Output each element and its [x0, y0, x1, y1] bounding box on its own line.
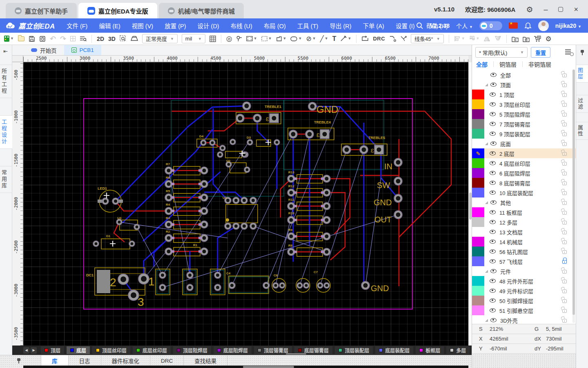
- visibility-eye-icon[interactable]: [490, 112, 496, 116]
- open-folder-icon[interactable]: [18, 36, 24, 41]
- layer-chip[interactable]: 底层丝印层: [133, 346, 171, 354]
- layer-row[interactable]: 9 顶层装配层: [472, 129, 576, 139]
- collapse-panel-icon[interactable]: ⇤: [3, 48, 8, 54]
- layer-row[interactable]: 56 钻孔图层: [472, 247, 576, 256]
- menu-item[interactable]: 视图 (V): [126, 18, 159, 33]
- layer-chip[interactable]: 顶层阻焊层: [173, 346, 211, 354]
- layer-color-swatch[interactable]: [472, 119, 484, 129]
- align-horizontal-icon[interactable]: ▼: [454, 36, 465, 42]
- sidebar-tab[interactable]: 工程设计: [0, 115, 12, 149]
- unlock-icon[interactable]: [562, 172, 567, 175]
- layer-color-swatch[interactable]: [472, 237, 484, 247]
- polygon-tool-icon[interactable]: ▼: [276, 36, 287, 42]
- unlock-icon[interactable]: [562, 221, 567, 224]
- chipbar-left-arrow[interactable]: ◀: [23, 347, 29, 354]
- settings-gear-icon[interactable]: ⚙: [526, 5, 533, 14]
- order-cart-icon[interactable]: [534, 36, 541, 42]
- unlock-icon[interactable]: [562, 201, 567, 205]
- layer-row[interactable]: 8 底层锡膏层: [472, 178, 576, 188]
- visibility-eye-icon[interactable]: [490, 289, 496, 293]
- layer-color-swatch[interactable]: [472, 276, 484, 286]
- unlock-icon[interactable]: [562, 289, 567, 293]
- layer-row[interactable]: 全部: [472, 70, 576, 80]
- layer-color-swatch[interactable]: [472, 90, 484, 99]
- visibility-eye-icon[interactable]: [490, 151, 496, 155]
- unlock-icon[interactable]: [562, 211, 567, 215]
- menu-item[interactable]: 下单 (A): [357, 18, 390, 33]
- layer-color-swatch[interactable]: [472, 207, 484, 217]
- unlock-icon[interactable]: [562, 240, 567, 244]
- unlock-icon[interactable]: [562, 123, 567, 126]
- layer-row[interactable]: 7 顶层锡膏层: [472, 119, 576, 129]
- via-tool-icon[interactable]: ◎: [226, 35, 232, 42]
- new-board-icon[interactable]: ▼: [4, 36, 14, 42]
- dock-tab[interactable]: 图层: [576, 65, 588, 83]
- menu-item[interactable]: 布线 (U): [225, 18, 258, 33]
- unlock-icon[interactable]: [562, 319, 567, 323]
- bottom-tab[interactable]: 查找结果: [184, 355, 227, 366]
- visibility-eye-icon[interactable]: [490, 191, 496, 195]
- minimize-button[interactable]: –: [543, 6, 548, 13]
- mirror-horizontal-icon[interactable]: [483, 36, 490, 42]
- doc-tab-开始页[interactable]: 开始页: [24, 45, 64, 55]
- undo-icon[interactable]: ↶: [50, 35, 56, 43]
- board-preview-icon[interactable]: [131, 36, 138, 42]
- measure-tool-icon[interactable]: ▼: [340, 36, 351, 42]
- layer-color-swatch[interactable]: [472, 99, 484, 109]
- mirror-vertical-icon[interactable]: [494, 36, 501, 42]
- layer-row[interactable]: 4 底层丝印层: [472, 158, 576, 168]
- bottom-tab[interactable]: 库: [41, 355, 69, 366]
- layer-row[interactable]: 1 顶层: [472, 90, 576, 99]
- layer-color-swatch[interactable]: [472, 158, 484, 168]
- trace-tool-icon[interactable]: [389, 36, 396, 42]
- redo-icon[interactable]: ↷: [60, 35, 66, 43]
- layer-color-swatch[interactable]: [472, 217, 484, 227]
- chipbar-right-arrow[interactable]: ▶: [31, 347, 37, 354]
- menu-item[interactable]: 设计 (D): [192, 18, 225, 33]
- sidebar-tab[interactable]: 所有工程: [0, 65, 12, 98]
- panel-grid-icon[interactable]: [70, 36, 76, 41]
- save-icon[interactable]: [29, 36, 35, 42]
- layer-row[interactable]: 6 底层阻焊层: [472, 168, 576, 178]
- expand-triangle-icon[interactable]: [485, 83, 488, 86]
- unlock-icon[interactable]: [562, 280, 567, 283]
- visibility-eye-icon[interactable]: [490, 259, 496, 263]
- notification-bell-icon[interactable]: [524, 22, 532, 29]
- layer-filter-tab[interactable]: 铜箔层: [494, 60, 522, 68]
- layer-row[interactable]: 10 底层装配层: [472, 188, 576, 197]
- layer-row[interactable]: 51 引脚悬空层: [472, 305, 576, 315]
- layer-color-swatch[interactable]: [472, 256, 484, 266]
- layer-color-swatch[interactable]: [472, 109, 484, 119]
- layer-color-swatch[interactable]: [472, 129, 484, 139]
- visibility-eye-icon[interactable]: [490, 132, 496, 136]
- dock-tab[interactable]: 属性: [576, 122, 588, 140]
- layer-color-swatch[interactable]: [472, 247, 484, 256]
- visibility-eye-icon[interactable]: [490, 92, 496, 96]
- unlock-icon[interactable]: [562, 182, 567, 185]
- layer-color-swatch[interactable]: ✎: [472, 148, 484, 158]
- china-flag-icon[interactable]: [509, 22, 518, 29]
- route-tool-icon[interactable]: [361, 36, 369, 42]
- cloud-sync-badge[interactable]: 0: [479, 21, 502, 30]
- layer-row[interactable]: 12 多层: [472, 217, 576, 227]
- layer-manager-icon[interactable]: [565, 49, 573, 56]
- layer-color-swatch[interactable]: [472, 168, 484, 178]
- view-2d-button[interactable]: 2D: [97, 36, 104, 42]
- visibility-eye-icon[interactable]: [490, 308, 496, 312]
- visibility-eye-icon[interactable]: [490, 122, 496, 126]
- layer-chip[interactable]: 顶层丝印层: [92, 346, 130, 354]
- bottom-tab[interactable]: DRC: [150, 355, 184, 366]
- visibility-eye-icon[interactable]: [490, 200, 497, 204]
- view-3d-button[interactable]: 3D: [108, 36, 116, 42]
- bottom-scrollbar[interactable]: [23, 366, 468, 368]
- unlock-icon[interactable]: [562, 83, 567, 87]
- zoom-select-icon[interactable]: [120, 35, 127, 42]
- layer-chip[interactable]: 底层: [67, 346, 90, 354]
- menu-item[interactable]: 编辑 (E): [93, 18, 126, 33]
- titlebar-tab[interactable]: 嘉立创EDA专业版: [78, 3, 157, 18]
- menu-item[interactable]: 导出 (R): [324, 18, 357, 33]
- expand-triangle-icon[interactable]: [485, 319, 488, 322]
- menu-item[interactable]: 工具 (T): [292, 18, 324, 33]
- ratsnest-tool-icon[interactable]: [400, 36, 407, 42]
- layer-chip[interactable]: 底层阻焊层: [214, 346, 252, 354]
